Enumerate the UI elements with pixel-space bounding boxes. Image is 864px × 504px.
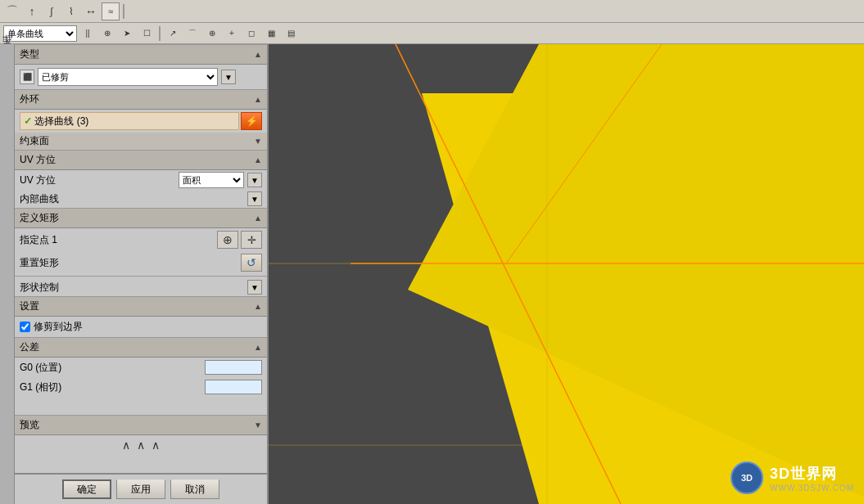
toolbar-btn-6[interactable]: ≈: [102, 2, 120, 20]
settings-arrow-icon: ▲: [254, 302, 262, 311]
uv-method-label: UV 方位: [20, 173, 175, 187]
apply-button[interactable]: 应用: [116, 479, 165, 499]
main-area: 工作 类型 ▲ ⬛ 已修剪 ▼ 外环 ▲: [0, 44, 864, 504]
inner-curves-label: 内部曲线: [20, 192, 244, 206]
tolerance-label: 公差: [20, 340, 39, 354]
sep2: [159, 26, 161, 41]
toolbar-icon-4[interactable]: ☐: [138, 25, 156, 43]
toolbar-icon-3[interactable]: ➤: [118, 25, 136, 43]
g1-input[interactable]: 0.0500: [205, 380, 262, 394]
move-icon: ✛: [247, 234, 256, 246]
toolbar-btn-4[interactable]: ⌇: [62, 2, 80, 20]
tolerance-header[interactable]: 公差 ▲: [15, 337, 267, 358]
curve-type-select[interactable]: 单条曲线: [3, 25, 77, 42]
cancel-button[interactable]: 取消: [170, 479, 219, 499]
preview-arrows-row: ∧ ∧ ∧: [15, 435, 267, 455]
toolbar-icon-8[interactable]: +: [223, 25, 241, 43]
watermark-title: 3D世界网: [770, 464, 854, 484]
type-dropdown-icon[interactable]: ▼: [221, 70, 236, 84]
toolbar-icon-5[interactable]: ↗: [164, 25, 182, 43]
toolbar-icon-10[interactable]: ▦: [262, 25, 280, 43]
uv-section-header[interactable]: UV 方位 ▲: [15, 150, 267, 170]
type-label: 类型: [20, 47, 39, 61]
toolbar-btn-5[interactable]: ↔: [82, 2, 100, 20]
define-rect-header[interactable]: 定义矩形 ▲: [15, 208, 267, 228]
trim-boundary-checkbox[interactable]: [20, 322, 30, 332]
prev-arrow3-icon[interactable]: ∧: [152, 439, 160, 452]
reset-rect-row: 重置矩形 ↺: [15, 251, 267, 274]
uv-method-select[interactable]: 面积: [179, 172, 244, 188]
preview-header[interactable]: 预览 ▼: [15, 415, 267, 435]
viewport-svg: [269, 44, 864, 504]
g1-row: G1 (相切) 0.0500: [15, 377, 267, 397]
define-rect-arrow-icon: ▲: [254, 214, 262, 223]
top-toolbar: ⌒ ↑ ∫ ⌇ ↔ ≈: [0, 0, 864, 23]
uv-method-row: UV 方位 面积 ▼: [15, 170, 267, 190]
inner-curves-row: 内部曲线 ▼: [15, 190, 267, 208]
uv-dropdown-icon[interactable]: ▼: [247, 173, 262, 187]
type-icon: ⬛: [20, 70, 34, 84]
watermark-url: WWW.3DSJW.COM: [770, 484, 854, 493]
reset-rect-button[interactable]: ↺: [241, 254, 262, 272]
flash-icon: ⚡: [246, 115, 258, 127]
toolbar-icon-7[interactable]: ⊕: [203, 25, 221, 43]
type-row: ⬛ 已修剪 ▼: [15, 65, 267, 89]
toolbar-btn-3[interactable]: ∫: [43, 2, 61, 20]
g1-label: G1 (相切): [20, 380, 205, 394]
preview-label: 预览: [20, 418, 39, 432]
ok-button[interactable]: 确定: [62, 479, 111, 499]
constrain-header[interactable]: 约束面 ▼: [15, 133, 267, 150]
point1-move-icon-btn[interactable]: ✛: [241, 231, 262, 249]
bottom-buttons: 确定 应用 取消: [15, 473, 267, 504]
toolbar-icon-6[interactable]: ⌒: [183, 25, 201, 43]
shape-control-row: 形状控制 ▼: [15, 278, 267, 296]
trim-boundary-label: 修剪到边界: [34, 320, 83, 334]
trim-boundary-row: 修剪到边界: [15, 317, 267, 337]
toolbar-icon-9[interactable]: ◻: [242, 25, 260, 43]
uv-arrow-icon: ▲: [254, 155, 262, 164]
inner-curves-arrow-icon[interactable]: ▼: [247, 191, 262, 206]
toolbar-icon-2[interactable]: ⊕: [98, 25, 116, 43]
reset-rect-label: 重置矩形: [20, 256, 241, 270]
tab-item-1[interactable]: 工作: [0, 47, 15, 54]
define-rect-label: 定义矩形: [20, 211, 59, 225]
point1-add-icon-btn[interactable]: ⊕: [217, 231, 238, 249]
settings-label: 设置: [20, 299, 39, 313]
type-arrow-icon: ▲: [254, 50, 262, 59]
toolbar-btn-1[interactable]: ⌒: [3, 2, 21, 20]
tolerance-arrow-icon: ▲: [254, 343, 262, 352]
select-curves-display: ✓ 选择曲线 (3): [20, 112, 239, 130]
toolbar-btn-2[interactable]: ↑: [23, 2, 41, 20]
point1-row: 指定点 1 ⊕ ✛: [15, 228, 267, 251]
type-section-header[interactable]: 类型 ▲: [15, 44, 267, 65]
refresh-icon: ↺: [247, 256, 256, 269]
checkmark-icon: ✓: [24, 115, 32, 127]
outer-ring-header[interactable]: 外环 ▲: [15, 89, 267, 110]
watermark-logo: 3D: [731, 461, 763, 494]
constrain-arrow-icon: ▼: [254, 137, 262, 146]
toolbar-icon-1[interactable]: ||: [79, 25, 97, 43]
prev-arrow-icon[interactable]: ∧: [122, 439, 130, 452]
select-orange-button[interactable]: ⚡: [241, 112, 262, 130]
constrain-label: 约束面: [20, 134, 49, 148]
point1-label: 指定点 1: [20, 233, 217, 247]
select-curves-label: 选择曲线 (3): [34, 115, 88, 128]
toolbar-icon-11[interactable]: ▤: [282, 25, 300, 43]
shape-control-label: 形状控制: [20, 281, 244, 295]
g0-input[interactable]: 0.0010: [205, 360, 262, 375]
preview-arrow-icon: ▼: [254, 421, 262, 430]
type-select[interactable]: 已修剪: [38, 68, 218, 86]
logo-text: 3D: [741, 473, 753, 483]
shape-control-arrow-icon[interactable]: ▼: [247, 280, 262, 295]
settings-header[interactable]: 设置 ▲: [15, 296, 267, 317]
prev-arrow2-icon[interactable]: ∧: [137, 439, 145, 452]
select-curves-row: ✓ 选择曲线 (3) ⚡: [15, 110, 267, 133]
watermark-text: 3D世界网 WWW.3DSJW.COM: [770, 464, 854, 493]
viewport[interactable]: 3D 3D世界网 WWW.3DSJW.COM: [269, 44, 864, 504]
g0-row: G0 (位置) 0.0010: [15, 358, 267, 377]
g0-label: G0 (位置): [20, 361, 205, 375]
uv-label: UV 方位: [20, 153, 56, 167]
left-tab: 工作: [0, 44, 15, 504]
second-toolbar: 单条曲线 || ⊕ ➤ ☐ ↗ ⌒ ⊕ + ◻ ▦ ▤: [0, 23, 864, 44]
crosshair-add-icon: ⊕: [223, 233, 233, 246]
